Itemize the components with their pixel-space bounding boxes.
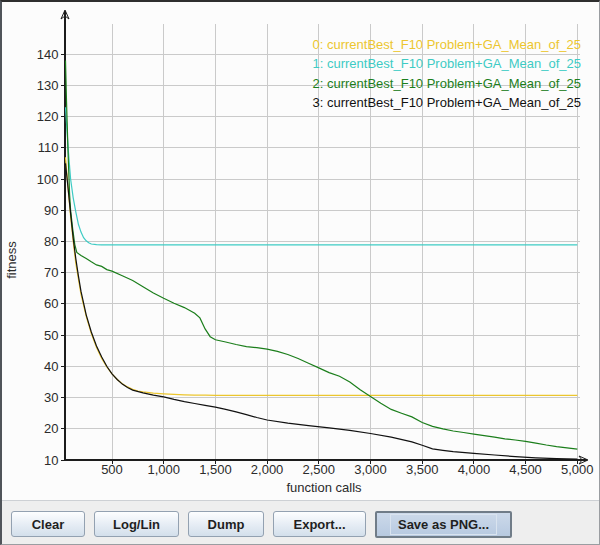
plot-window: 5001,0001,5002,0002,5003,0003,5004,0004,… xyxy=(0,0,600,545)
svg-text:1,500: 1,500 xyxy=(199,462,232,477)
svg-text:70: 70 xyxy=(44,265,58,280)
svg-text:1,000: 1,000 xyxy=(147,462,180,477)
loglin-button[interactable]: Log/Lin xyxy=(94,511,179,537)
svg-text:3,500: 3,500 xyxy=(406,462,439,477)
legend-item-0: 0: currentBest_F10 Problem+GA_Mean_of_25 xyxy=(313,35,581,54)
clear-button[interactable]: Clear xyxy=(11,511,85,537)
y-axis-title: fitness xyxy=(4,241,19,279)
series-line-2 xyxy=(66,60,578,449)
chart-panel: 5001,0001,5002,0002,5003,0003,5004,0004,… xyxy=(2,2,599,501)
export-button[interactable]: Export... xyxy=(273,511,366,537)
legend-item-1: 1: currentBest_F10 Problem+GA_Mean_of_25 xyxy=(313,54,581,73)
button-bar: Clear Log/Lin Dump Export... Save as PNG… xyxy=(2,501,599,544)
svg-text:140: 140 xyxy=(37,47,59,62)
svg-text:2,500: 2,500 xyxy=(303,462,336,477)
svg-text:2,000: 2,000 xyxy=(251,462,284,477)
save-as-png-label: Save as PNG... xyxy=(390,514,497,535)
chart-legend: 0: currentBest_F10 Problem+GA_Mean_of_25… xyxy=(313,35,581,112)
dump-button[interactable]: Dump xyxy=(188,511,264,537)
legend-item-2: 2: currentBest_F10 Problem+GA_Mean_of_25 xyxy=(313,74,581,93)
svg-text:60: 60 xyxy=(44,296,58,311)
svg-text:10: 10 xyxy=(44,453,58,468)
svg-text:20: 20 xyxy=(44,421,58,436)
svg-text:4,000: 4,000 xyxy=(458,462,491,477)
svg-text:120: 120 xyxy=(37,109,59,124)
svg-text:50: 50 xyxy=(44,328,58,343)
svg-text:90: 90 xyxy=(44,203,58,218)
save-as-png-button[interactable]: Save as PNG... xyxy=(375,511,512,538)
svg-text:3,000: 3,000 xyxy=(354,462,387,477)
series-line-3 xyxy=(66,163,578,459)
svg-text:80: 80 xyxy=(44,234,58,249)
series-line-0 xyxy=(66,157,578,395)
series-lines xyxy=(66,60,578,459)
legend-item-3: 3: currentBest_F10 Problem+GA_Mean_of_25 xyxy=(313,93,581,112)
svg-text:4,500: 4,500 xyxy=(509,462,542,477)
svg-text:110: 110 xyxy=(38,140,59,155)
svg-text:40: 40 xyxy=(44,359,58,374)
svg-text:130: 130 xyxy=(37,78,59,93)
svg-text:500: 500 xyxy=(101,462,123,477)
svg-text:100: 100 xyxy=(37,172,59,187)
x-axis-title: function calls xyxy=(286,480,362,495)
series-line-1 xyxy=(66,107,578,245)
svg-text:5,000: 5,000 xyxy=(561,462,594,477)
svg-text:30: 30 xyxy=(44,390,58,405)
